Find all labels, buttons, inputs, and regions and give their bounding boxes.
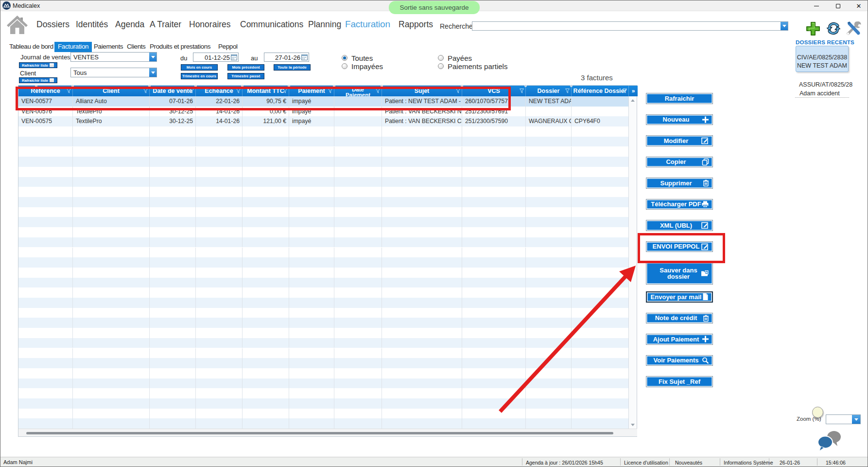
table-cell[interactable] [572,107,629,117]
refresh-journal-button[interactable]: Rafraichir liste [19,62,57,68]
table-cell[interactable]: Patient : VAN BECKERSKI Ca [382,116,462,126]
action-button-voir-paiements[interactable]: Voir Paiements [646,355,713,366]
chevron-down-icon[interactable] [852,415,860,424]
nav-item-identités[interactable]: Identités [76,19,108,30]
table-row-empty [18,398,629,409]
date-to-input[interactable]: 27-01-26 [264,53,309,62]
nav-item-rapports[interactable]: Rapports [399,19,433,30]
table-cell [382,409,462,419]
nav-item-a-traiter[interactable]: A Traiter [150,19,181,30]
subtab-tableau-de-bord[interactable]: Tableau de bord [9,42,53,52]
period-button-trimestre-en-cours[interactable]: Trimestre en cours [181,73,218,79]
scroll-up-icon[interactable] [629,96,637,104]
date-from-input[interactable]: 01-12-25 [193,53,239,62]
chevron-down-icon[interactable] [149,68,156,77]
more-columns-icon[interactable]: » [629,86,638,96]
add-icon[interactable] [805,21,821,36]
nav-item-agenda[interactable]: Agenda [115,19,144,30]
action-button-rafraichir[interactable]: Rafraichir [646,93,713,104]
subtab-peppol[interactable]: Peppol [218,42,238,52]
radio-impayées[interactable] [342,63,347,69]
period-button-toute-la-période[interactable]: Toute la période [274,64,311,71]
table-cell[interactable]: CPY64F0 [572,116,629,126]
action-button-t-l-charger-pdf[interactable]: Télécharger PDF [646,199,713,210]
column-header-dossier[interactable]: Dossier [526,86,572,96]
zoom-slider-knob[interactable] [812,407,823,418]
subtab-clients[interactable]: Clients [127,42,145,52]
horizontal-scroll-thumb[interactable] [26,432,613,434]
home-icon[interactable] [6,15,29,36]
table-cell[interactable]: NEW TEST ADA [526,96,572,107]
recent-dossier2-code[interactable]: ASSUR/AT/0825/28 [799,81,852,88]
period-button-mois-en-cours[interactable]: Mois en cours [181,64,218,71]
column-header-reference-dossier[interactable]: Référence Dossier [572,86,629,96]
table-cell [243,388,289,398]
radio-payées[interactable] [438,55,444,61]
vertical-scrollbar[interactable] [628,96,637,429]
action-button-sauver-dans-dossier[interactable]: Sauver dans dossier [646,262,713,285]
calendar-icon[interactable] [301,54,308,60]
table-cell[interactable] [334,116,382,126]
table-cell [18,409,73,419]
action-button-nouveau[interactable]: Nouveau [646,114,713,126]
table-cell[interactable]: 251/2300/57590 [462,116,526,126]
nav-item-communications[interactable]: Communications [240,19,303,30]
nav-item-planning[interactable]: Planning [308,19,341,30]
refresh-client-button[interactable]: Rafraichir liste [19,77,57,83]
journal-select[interactable]: VENTES [70,52,157,62]
action-button-modifier[interactable]: Modifier [646,135,713,146]
client-select[interactable]: Tous [70,68,157,77]
action-button-supprimer[interactable]: Supprimer [646,178,713,189]
table-cell[interactable]: 30-12-25 [150,116,196,126]
table-cell [18,368,73,378]
subtab-facturation[interactable]: Facturation [54,42,92,52]
table-cell[interactable]: WAGNERAUX G [526,116,572,126]
radio-toutes[interactable] [342,55,347,61]
minimize-button[interactable] [808,0,825,11]
table-cell[interactable] [526,107,572,117]
close-button[interactable]: ✕ [851,0,867,11]
zoom-select[interactable] [826,414,861,424]
action-button-xml-ubl-[interactable]: XML (UBL) [646,220,713,231]
table-cell [18,257,73,268]
action-button-ajout-paiement[interactable]: Ajout Paiement [646,334,713,345]
subtab-produits-et-prestations[interactable]: Produits et prestations [150,42,210,52]
table-cell[interactable]: VEN-00575 [18,116,73,126]
nav-item-honoraires[interactable]: Honoraires [189,19,231,30]
table-row-empty [18,237,629,248]
horizontal-scrollbar[interactable] [18,429,637,436]
action-button-note-de-cr-dit[interactable]: Note de crédit [646,313,713,324]
recent-dossier2-name[interactable]: Adam accident [799,90,840,97]
table-cell[interactable]: 14-01-26 [196,116,243,126]
table-cell[interactable]: impayé [289,116,334,126]
action-button-copier[interactable]: Copier [646,157,713,168]
nav-item-facturation[interactable]: Facturation [345,19,390,30]
maximize-button[interactable] [830,0,846,11]
table-cell [196,207,243,217]
filter-funnel-icon[interactable] [520,89,524,93]
table-cell[interactable] [572,96,629,107]
table-row-VEN-00575[interactable]: VEN-00575TextilePro30-12-2514-01-26121,0… [18,116,629,126]
period-button-trimestre-passé[interactable]: Trimestre passé [227,73,264,79]
radio-paiements-partiels[interactable] [438,63,444,69]
settings-tools-icon[interactable] [845,20,862,37]
refresh-icon[interactable] [826,20,841,36]
filter-funnel-icon[interactable] [565,89,570,93]
table-cell[interactable]: TextilePro [73,116,150,126]
action-button-fix-sujet-ref[interactable]: Fix Sujet _Ref [646,376,713,387]
table-cell [18,237,73,248]
table-cell [196,378,243,389]
chevron-down-icon[interactable] [149,53,156,61]
search-dropdown-button[interactable] [781,22,788,30]
search-input[interactable] [472,21,788,31]
filter-funnel-icon[interactable] [623,89,627,93]
nav-item-dossiers[interactable]: Dossiers [36,19,69,30]
calendar-icon[interactable] [231,54,237,60]
table-cell[interactable]: 121,00 € [243,116,289,126]
subtab-paiements[interactable]: Paiements [94,42,123,52]
chat-bubbles-icon[interactable] [817,430,842,452]
scroll-down-icon[interactable] [629,421,637,429]
recent-dossier-card[interactable]: CIV/AE/0825/2838 NEW TEST ADAM [796,46,849,72]
action-button-envoyer-par-mail[interactable]: Envoyer par mail [646,291,713,303]
period-button-mois-précédent[interactable]: Mois précédent [227,64,264,71]
